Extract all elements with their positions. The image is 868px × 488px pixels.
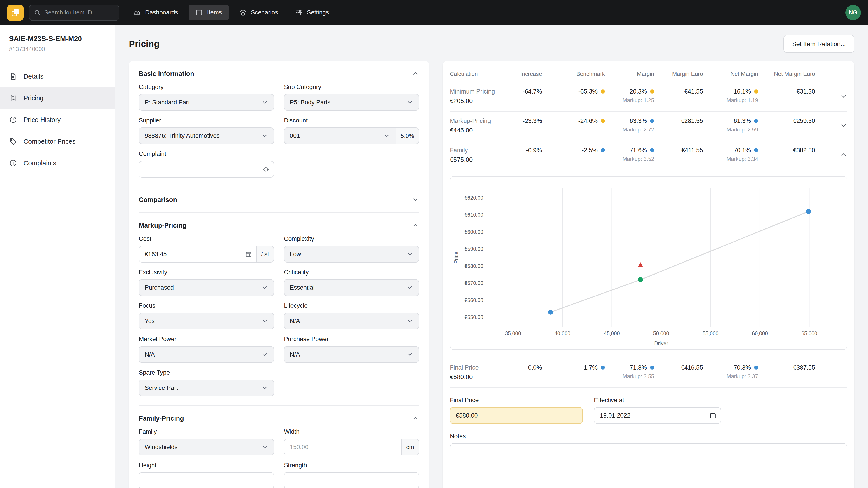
price-driver-chart-card: 35,00040,00045,00050,00055,00060,00065,0…: [450, 176, 847, 350]
col-net-margin: Net Margin: [703, 71, 758, 77]
notes-label: Notes: [450, 433, 847, 440]
lifecycle-label: Lifecycle: [284, 302, 419, 309]
height-input[interactable]: [139, 472, 274, 488]
expand-comparison-button[interactable]: [412, 196, 419, 203]
net-margin-euro-value: €31.30: [758, 88, 815, 104]
calculator-icon: [9, 94, 17, 102]
nav-dashboards[interactable]: Dashboards: [127, 4, 185, 20]
history-clock-icon: [9, 116, 17, 124]
chevron-down-icon: [261, 318, 268, 324]
sidebar-item-label: Price History: [24, 116, 61, 123]
margin-markup: Markup: 3.52: [605, 156, 654, 162]
exclusivity-select[interactable]: Purchased: [139, 279, 274, 296]
search-input[interactable]: [44, 9, 114, 16]
row-expand-button[interactable]: [815, 88, 847, 104]
collapse-basic-button[interactable]: [412, 70, 419, 77]
complexity-select[interactable]: Low: [284, 246, 419, 263]
discount-select[interactable]: 001: [284, 127, 396, 144]
benchmark-value: -2.5%: [582, 147, 598, 154]
section-title-comparison: Comparison: [139, 196, 177, 203]
nav-scenarios[interactable]: Scenarios: [232, 4, 285, 20]
chevron-down-icon: [840, 122, 847, 129]
price-tag-icon: [9, 137, 17, 145]
status-dot: [601, 365, 605, 369]
sidebar-item-price-history[interactable]: Price History: [0, 109, 115, 131]
sidebar-item-competitor-prices[interactable]: Competitor Prices: [0, 131, 115, 152]
criticality-select[interactable]: Essential: [284, 279, 419, 296]
app-logo[interactable]: [7, 4, 24, 21]
supplier-value: 988876: Trinity Automotives: [145, 132, 220, 139]
benchmark-value: -24.6%: [578, 118, 598, 124]
notes-textarea[interactable]: [450, 443, 847, 488]
net-margin-markup: Markup: 3.37: [703, 373, 758, 380]
nav-label: Items: [207, 9, 222, 16]
increase-value: -0.9%: [508, 147, 542, 163]
status-dot: [754, 365, 758, 369]
benchmark-value: -65.3%: [578, 88, 598, 95]
criticality-label: Criticality: [284, 269, 419, 275]
effective-at-input[interactable]: [594, 407, 721, 424]
final-price-input[interactable]: [450, 407, 583, 424]
nav-items[interactable]: Items: [188, 4, 229, 20]
item-search: [29, 4, 119, 21]
sub-category-select[interactable]: P5: Body Parts: [284, 94, 419, 111]
cost-label: Cost: [139, 235, 274, 242]
margin-value: 63.3%: [629, 118, 647, 124]
width-label: Width: [284, 428, 419, 435]
spare-type-select[interactable]: Service Part: [139, 380, 274, 396]
section-title-family: Family-Pricing: [139, 415, 184, 422]
complexity-label: Complexity: [284, 235, 419, 242]
cost-input[interactable]: [139, 246, 256, 263]
alert-circle-icon: [9, 159, 17, 167]
svg-text:€610.00: €610.00: [465, 212, 483, 218]
svg-text:35,000: 35,000: [505, 330, 521, 336]
chevron-up-icon: [412, 70, 419, 77]
chevron-down-icon: [412, 196, 419, 203]
lifecycle-select[interactable]: N/A: [284, 313, 419, 329]
status-dot: [601, 148, 605, 152]
focus-select[interactable]: Yes: [139, 313, 274, 329]
strength-input[interactable]: [284, 472, 419, 488]
focus-label: Focus: [139, 302, 274, 309]
sidebar-item-pricing[interactable]: Pricing: [0, 87, 115, 109]
section-title-basic: Basic Information: [139, 70, 194, 77]
row-expand-button[interactable]: [815, 118, 847, 134]
complaint-input[interactable]: [139, 161, 274, 177]
price-driver-chart: 35,00040,00045,00050,00055,00060,00065,0…: [450, 177, 847, 349]
user-avatar[interactable]: NG: [845, 5, 861, 20]
settings-sliders-icon: [295, 8, 303, 16]
purchase-power-select[interactable]: N/A: [284, 346, 419, 363]
purchase-power-value: N/A: [290, 351, 300, 358]
pricing-calculation-card: Calculation Increase Benchmark Margin Ma…: [442, 61, 855, 488]
status-dot: [601, 90, 605, 94]
row-collapse-button[interactable]: [815, 147, 847, 163]
svg-text:€600.00: €600.00: [465, 229, 483, 235]
category-label: Category: [139, 84, 274, 90]
status-dot: [650, 148, 654, 152]
set-item-relation-button[interactable]: Set Item Relation...: [783, 35, 855, 53]
family-select[interactable]: Windshields: [139, 439, 274, 455]
category-select[interactable]: P: Standard Part: [139, 94, 274, 111]
discount-label: Discount: [284, 117, 419, 124]
sidebar-item-details[interactable]: Details: [0, 66, 115, 87]
nav-settings[interactable]: Settings: [288, 4, 336, 20]
width-input[interactable]: [284, 439, 402, 455]
lifecycle-value: N/A: [290, 318, 300, 324]
svg-text:45,000: 45,000: [604, 330, 620, 336]
effective-at-label: Effective at: [594, 397, 721, 403]
collapse-family-button[interactable]: [412, 415, 419, 422]
net-margin-euro-value: €259.30: [758, 118, 815, 134]
top-bar: Dashboards Items Scenarios: [0, 0, 868, 25]
supplier-select[interactable]: 988876: Trinity Automotives: [139, 127, 274, 144]
chevron-up-icon: [412, 222, 419, 229]
row-name: Markup-Pricing: [450, 118, 508, 124]
sidebar-item-complaints[interactable]: Complaints: [0, 152, 115, 174]
table-row-markup-pricing: Markup-Pricing €445.00 -23.3% -24.6% 63.…: [450, 111, 847, 141]
col-benchmark: Benchmark: [542, 71, 605, 77]
item-header: SAIE-M23S-S-EM-M20 #1373440000: [0, 25, 115, 61]
collapse-markup-button[interactable]: [412, 222, 419, 229]
search-icon: [34, 9, 41, 16]
market-power-select[interactable]: N/A: [139, 346, 274, 363]
svg-text:Price: Price: [453, 252, 459, 263]
section-divider: [139, 187, 419, 187]
